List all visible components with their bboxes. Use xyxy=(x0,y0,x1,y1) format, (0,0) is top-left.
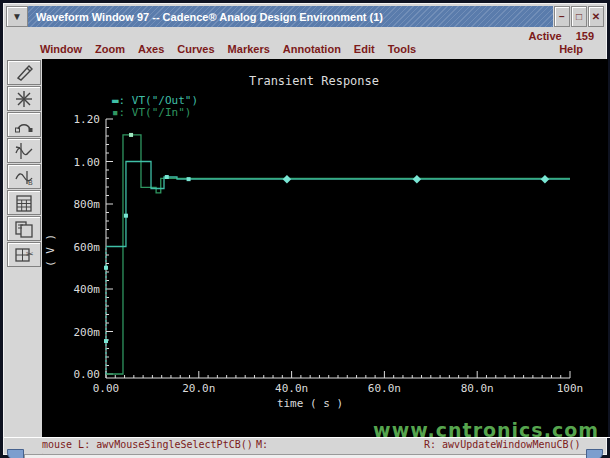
data-point-marker-out[interactable] xyxy=(104,339,108,343)
close-icon: ✕ xyxy=(592,11,600,22)
y-axis-label: ( V ) xyxy=(44,234,57,267)
x-tick-label: 0.00 xyxy=(93,382,120,395)
horizontal-scrollbar[interactable] xyxy=(24,454,594,458)
active-count: 159 xyxy=(576,30,594,42)
mouse-middle-binding: M: xyxy=(256,439,268,450)
data-point-marker-out[interactable] xyxy=(124,214,128,218)
active-status: Active159 xyxy=(529,30,594,42)
close-button[interactable]: ✕ xyxy=(588,6,604,27)
menu-bar: WindowZoomAxesCurvesMarkersAnnotationEdi… xyxy=(40,43,596,58)
x-tick-label: 80.0n xyxy=(461,382,494,395)
marker-arc-button[interactable] xyxy=(7,112,41,137)
menu-zoom[interactable]: Zoom xyxy=(95,43,125,55)
waveform-b-icon: B xyxy=(13,167,35,187)
legend-entry-in[interactable]: ▪: VT("/In") xyxy=(112,106,191,119)
window-frame: ▼ Waveform Window 97 -- Cadence® Analog … xyxy=(0,0,610,458)
minimize-icon: − xyxy=(559,11,565,22)
titlebar: ▼ Waveform Window 97 -- Cadence® Analog … xyxy=(6,6,604,27)
data-point-marker-out[interactable] xyxy=(104,266,108,270)
chevron-down-icon: ▼ xyxy=(12,11,22,22)
cut-window-button[interactable]: ✂ xyxy=(7,242,41,267)
y-tick-label: 200m xyxy=(74,326,101,339)
scrollbar-left-cap[interactable] xyxy=(7,449,24,458)
menu-annotation[interactable]: Annotation xyxy=(283,43,341,55)
calculator-icon xyxy=(13,193,35,213)
plot-canvas[interactable]: Transient Response0.0020.0n40.0n60.0n80.… xyxy=(42,59,608,437)
waveform-axis-icon xyxy=(13,141,35,161)
chart-title: Transient Response xyxy=(249,74,379,88)
window-title: Waveform Window 97 -- Cadence® Analog De… xyxy=(36,11,383,23)
trace-out[interactable] xyxy=(106,162,570,247)
menu-help[interactable]: Help xyxy=(559,43,583,58)
cut-window-icon: ✂ xyxy=(13,245,35,265)
menu-axes[interactable]: Axes xyxy=(138,43,164,55)
waveform-axis-button[interactable] xyxy=(7,138,41,163)
x-tick-label: 20.0n xyxy=(182,382,215,395)
menu-edit[interactable]: Edit xyxy=(354,43,375,55)
calculator-button[interactable] xyxy=(7,190,41,215)
diamond-marker-out[interactable] xyxy=(283,175,291,183)
diamond-marker-out[interactable] xyxy=(541,175,549,183)
menu-window[interactable]: Window xyxy=(40,43,82,55)
x-tick-label: 60.0n xyxy=(368,382,401,395)
data-point-marker-out[interactable] xyxy=(165,175,169,179)
copy-windows-button[interactable] xyxy=(7,216,41,241)
mouse-left-binding: mouse L: awvMouseSingleSelectPtCB() xyxy=(42,439,253,450)
marker-arc-icon xyxy=(13,115,35,135)
y-tick-label: 400m xyxy=(74,283,101,296)
data-point-marker-out[interactable] xyxy=(187,177,191,181)
diamond-marker-out[interactable] xyxy=(413,175,421,183)
data-point-marker-in[interactable] xyxy=(129,133,133,137)
copy-windows-icon xyxy=(13,219,35,239)
tool-palette: B✂ xyxy=(7,60,42,268)
probe-pen-icon xyxy=(13,63,35,83)
y-tick-label: 1.20 xyxy=(74,113,101,126)
menu-tools[interactable]: Tools xyxy=(388,43,417,55)
zoom-star-icon xyxy=(13,89,35,109)
watermark: www.cntronics.com xyxy=(373,419,599,441)
y-tick-label: 600m xyxy=(74,241,101,254)
y-tick-label: 1.00 xyxy=(74,156,101,169)
x-tick-label: 40.0n xyxy=(275,382,308,395)
window-body: ▼ Waveform Window 97 -- Cadence® Analog … xyxy=(3,3,607,455)
menu-curves[interactable]: Curves xyxy=(177,43,214,55)
active-label: Active xyxy=(529,30,562,42)
maximize-icon: □ xyxy=(576,11,582,22)
probe-pen-button[interactable] xyxy=(7,60,41,85)
y-tick-label: 0.00 xyxy=(74,368,101,381)
titlebar-drag-area[interactable]: Waveform Window 97 -- Cadence® Analog De… xyxy=(28,6,553,27)
x-axis-label: time ( s ) xyxy=(277,397,343,410)
x-tick-label: 100n xyxy=(557,382,584,395)
window-menu-button[interactable]: ▼ xyxy=(6,6,28,27)
zoom-star-button[interactable] xyxy=(7,86,41,111)
svg-text:B: B xyxy=(28,179,33,186)
maximize-button[interactable]: □ xyxy=(571,6,587,27)
scrollbar-right-cap[interactable] xyxy=(586,449,603,458)
trace-in[interactable] xyxy=(106,135,570,374)
waveform-b-button[interactable]: B xyxy=(7,164,41,189)
svg-text:✂: ✂ xyxy=(26,249,34,259)
y-tick-label: 800m xyxy=(74,198,101,211)
minimize-button[interactable]: − xyxy=(554,6,570,27)
menu-markers[interactable]: Markers xyxy=(228,43,270,55)
